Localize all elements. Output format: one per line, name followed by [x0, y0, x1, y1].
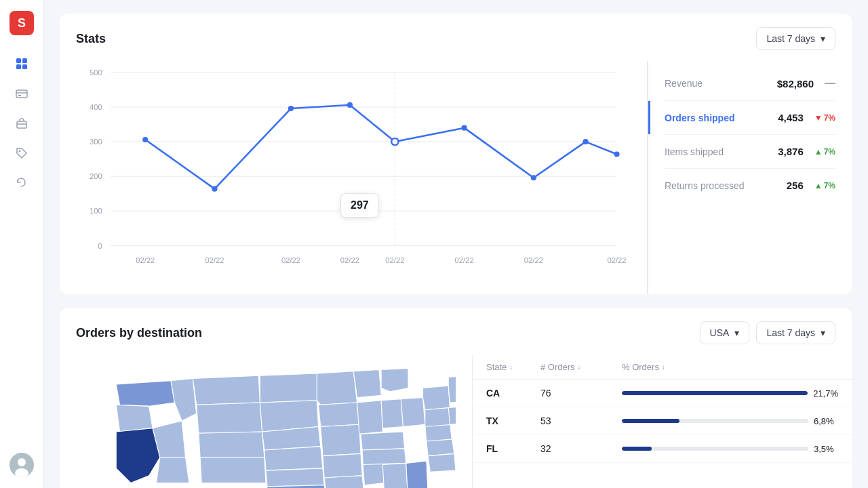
metric-revenue[interactable]: Revenue $82,860 —: [665, 66, 835, 101]
orders-shipped-badge: ▼ 7%: [814, 113, 835, 123]
stats-card-header: Stats Last 7 days ▾: [60, 14, 852, 61]
sidebar-item-billing[interactable]: [9, 81, 34, 106]
state-cell: FL: [486, 443, 540, 454]
progress-fill: [622, 447, 652, 451]
progress-fill: [622, 419, 679, 423]
progress-bar: [622, 391, 808, 395]
svg-text:400: 400: [90, 103, 102, 111]
th-state[interactable]: State ↓: [486, 362, 540, 372]
svg-text:02/22: 02/22: [340, 256, 359, 264]
items-shipped-badge: ▲ 7%: [814, 147, 835, 157]
svg-rect-9: [17, 121, 26, 128]
pct-cell: 3,5%: [622, 444, 838, 454]
sort-icon: ↓: [509, 363, 513, 371]
sidebar: S: [0, 0, 43, 488]
sidebar-item-returns[interactable]: [9, 171, 34, 195]
pct-cell: 21,7%: [622, 388, 838, 399]
orders-card: Orders by destination USA ▾ Last 7 days …: [60, 308, 852, 488]
chart-point[interactable]: [462, 125, 467, 131]
us-map-svg: [76, 355, 456, 488]
table-header: State ↓ # Orders ↓ % Orders ↓: [473, 355, 852, 380]
sidebar-item-packages[interactable]: [9, 111, 34, 136]
svg-rect-5: [22, 64, 27, 69]
svg-point-11: [18, 150, 20, 152]
svg-text:02/22: 02/22: [385, 256, 404, 264]
stats-title: Stats: [76, 32, 106, 46]
line-chart-svg: 500 400 300 200 100 0: [76, 61, 631, 278]
svg-text:02/22: 02/22: [455, 256, 474, 264]
user-avatar[interactable]: [9, 453, 34, 477]
chart-point[interactable]: [531, 175, 536, 180]
svg-text:500: 500: [90, 68, 102, 77]
chevron-down-icon: ▾: [734, 327, 739, 338]
table-row: TX 53 6,8%: [473, 407, 852, 435]
chart-point[interactable]: [288, 106, 294, 111]
map-area: California - 1199 Entries: [60, 355, 472, 488]
svg-text:02/22: 02/22: [205, 256, 224, 264]
chart-area: 500 400 300 200 100 0: [60, 61, 648, 294]
line-chart-container: 500 400 300 200 100 0: [76, 61, 631, 278]
orders-title: Orders by destination: [76, 326, 202, 340]
table-row: FL 32 3,5%: [473, 435, 852, 463]
svg-point-13: [18, 458, 26, 466]
sidebar-item-tags[interactable]: [9, 141, 34, 165]
th-orders[interactable]: # Orders ↓: [540, 362, 622, 372]
svg-text:0: 0: [98, 242, 102, 250]
sort-icon: ↓: [578, 363, 581, 371]
progress-bar: [622, 419, 808, 423]
orders-cell: 76: [540, 388, 622, 399]
progress-bar: [622, 447, 808, 451]
chart-point[interactable]: [142, 137, 148, 142]
progress-fill: [622, 391, 808, 395]
sort-icon: ↓: [662, 363, 665, 371]
orders-cell: 32: [540, 443, 622, 454]
svg-rect-6: [16, 90, 27, 98]
svg-rect-8: [18, 95, 21, 96]
state-cell: TX: [486, 415, 540, 426]
pct-cell: 6,8%: [622, 416, 838, 426]
metric-orders-shipped[interactable]: Orders shipped 4,453 ▼ 7%: [665, 101, 835, 135]
svg-text:02/22: 02/22: [524, 256, 543, 264]
svg-text:100: 100: [90, 207, 102, 215]
table-row: CA 76 21,7%: [473, 380, 852, 407]
app-logo[interactable]: S: [9, 11, 34, 35]
stats-layout: 500 400 300 200 100 0: [60, 61, 852, 294]
svg-text:S: S: [17, 16, 25, 30]
chart-point[interactable]: [583, 139, 588, 144]
stats-card: Stats Last 7 days ▾: [60, 14, 852, 294]
chart-point[interactable]: [212, 186, 217, 192]
orders-layout: California - 1199 Entries State ↓ # Orde…: [60, 355, 852, 488]
svg-rect-2: [16, 58, 21, 63]
svg-text:300: 300: [90, 138, 102, 146]
orders-table: State ↓ # Orders ↓ % Orders ↓ CA 76: [472, 355, 852, 488]
chart-point[interactable]: [614, 151, 619, 157]
orders-card-header: Orders by destination USA ▾ Last 7 days …: [60, 308, 852, 355]
orders-cell: 53: [540, 415, 622, 426]
svg-text:02/22: 02/22: [136, 256, 155, 264]
metric-returns-processed[interactable]: Returns processed 256 ▲ 7%: [665, 169, 835, 202]
revenue-minus: —: [825, 77, 835, 89]
returns-processed-badge: ▲ 7%: [814, 181, 835, 190]
sidebar-item-dashboard[interactable]: [9, 52, 34, 76]
stats-date-dropdown[interactable]: Last 7 days ▾: [756, 27, 835, 50]
th-pct-orders[interactable]: % Orders ↓: [622, 362, 838, 372]
state-cell: CA: [486, 388, 540, 399]
svg-rect-3: [22, 58, 27, 63]
chart-point[interactable]: [347, 102, 353, 108]
svg-rect-4: [16, 64, 21, 69]
main-content: Stats Last 7 days ▾: [43, 0, 868, 488]
orders-date-dropdown[interactable]: Last 7 days ▾: [756, 321, 835, 344]
chevron-down-icon: ▾: [821, 33, 825, 44]
metric-items-shipped[interactable]: Items shipped 3,876 ▲ 7%: [665, 135, 835, 169]
chevron-down-icon: ▾: [821, 327, 825, 338]
svg-text:02/22: 02/22: [281, 256, 300, 264]
svg-text:200: 200: [90, 172, 102, 180]
svg-text:02/22: 02/22: [607, 256, 626, 264]
metrics-panel: Revenue $82,860 — Orders shipped 4,453 ▼…: [648, 61, 852, 294]
orders-country-dropdown[interactable]: USA ▾: [700, 321, 750, 344]
